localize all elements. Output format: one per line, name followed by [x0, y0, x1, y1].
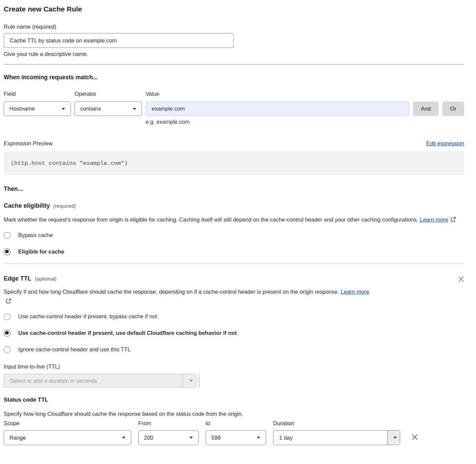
scope-select[interactable]: Range — [4, 430, 131, 445]
learn-more-link[interactable]: Learn more — [420, 216, 448, 223]
chevron-down-icon — [122, 437, 125, 439]
scope-select-value: Range — [9, 435, 26, 441]
cache-eligibility-heading-row: Cache eligibility (required) — [4, 202, 464, 210]
expression-code: (http.host contains "example.com") — [11, 160, 128, 167]
condition-row: Field Operator Value Hostname contains A… — [4, 90, 464, 125]
create-cache-rule-form: Create new Cache Rule Rule name (require… — [0, 5, 476, 445]
to-label: to — [206, 420, 266, 427]
to-select[interactable]: 599 — [206, 430, 266, 445]
operator-select[interactable]: contains — [75, 102, 142, 116]
field-label: Field — [4, 90, 71, 97]
duration-select[interactable]: 1 day — [273, 430, 400, 445]
chevron-down-icon — [189, 437, 193, 439]
radio-icon[interactable] — [4, 232, 10, 239]
radio-option-use-header-bypass[interactable]: Use cache-control header if present, byp… — [4, 313, 464, 320]
radio-checked-icon[interactable] — [4, 330, 10, 337]
expression-preview-label: Expression Preview — [4, 140, 53, 147]
chevron-down-icon — [189, 380, 193, 382]
from-select-value: 200 — [144, 435, 153, 441]
required-tag: (required) — [53, 203, 76, 209]
field-select[interactable]: Hostname — [4, 102, 71, 116]
cache-eligibility-heading: Cache eligibility — [4, 202, 50, 210]
cache-eligibility-description: Mark whether the request’s response from… — [4, 215, 464, 224]
match-heading: When incoming requests match... — [4, 74, 464, 81]
ttl-input-label: Input time-to-live (TTL) — [4, 363, 464, 370]
dropdown-button[interactable] — [183, 374, 197, 387]
rule-name-help: Give your rule a descriptive name. — [4, 51, 464, 58]
duration-value: 1 day — [273, 431, 387, 445]
ttl-duration-placeholder: Select or add a duration in seconds — [4, 374, 183, 387]
external-link-icon — [450, 216, 456, 222]
cache-eligibility-description-text: Mark whether the request’s response from… — [4, 216, 418, 223]
operator-select-value: contains — [80, 106, 101, 112]
rule-name-label: Rule name (required) — [4, 23, 464, 30]
expression-code-block: (http.host contains "example.com") — [4, 151, 464, 175]
status-code-ttl-description: Specify how long Cloudflare should cache… — [4, 410, 464, 418]
status-code-ttl-row: Scope From to Duration Range 200 599 1 d… — [4, 420, 464, 445]
field-select-value: Hostname — [9, 106, 35, 112]
duration-label: Duration — [273, 420, 400, 427]
from-label: From — [138, 420, 199, 427]
from-select[interactable]: 200 — [138, 430, 199, 445]
focus-indicator-line — [199, 374, 200, 387]
learn-more-link[interactable]: Learn more — [341, 289, 369, 295]
radio-option-label: Use cache-control header if present, byp… — [18, 313, 157, 320]
radio-checked-icon[interactable] — [4, 249, 10, 255]
edge-ttl-description: Specify if and how long Cloudflare shoul… — [4, 287, 376, 306]
external-link-icon — [6, 298, 11, 304]
radio-option-label: Ignore cache-control header and use this… — [18, 346, 131, 353]
or-button[interactable]: Or — [442, 102, 464, 116]
page-title: Create new Cache Rule — [4, 5, 464, 13]
dropdown-button[interactable] — [387, 431, 400, 445]
chevron-down-icon — [62, 108, 65, 110]
radio-option-eligible-for-cache[interactable]: Eligible for cache — [4, 248, 464, 255]
close-icon[interactable] — [458, 276, 464, 282]
edge-ttl-description-text: Specify if and how long Cloudflare shoul… — [4, 289, 339, 295]
ttl-duration-select[interactable]: Select or add a duration in seconds — [4, 374, 197, 388]
radio-option-label: Eligible for cache — [18, 248, 64, 255]
radio-option-label: Bypass cache — [18, 232, 53, 239]
radio-option-use-header-default[interactable]: Use cache-control header if present, use… — [4, 329, 464, 337]
radio-option-bypass-cache[interactable]: Bypass cache — [4, 232, 464, 239]
status-code-ttl-heading: Status code TTL — [4, 396, 464, 404]
operator-label: Operator — [75, 90, 142, 97]
chevron-down-icon — [133, 108, 136, 110]
section-divider — [4, 263, 464, 264]
radio-option-ignore-header[interactable]: Ignore cache-control header and use this… — [4, 346, 464, 353]
value-input[interactable] — [146, 102, 409, 116]
then-heading: Then... — [4, 185, 464, 193]
expression-preview-row: Expression Preview Edit expression — [4, 140, 464, 147]
edge-ttl-heading: Edge TTL — [4, 275, 31, 283]
value-label: Value — [146, 90, 409, 97]
edge-ttl-heading-row: Edge TTL (optional) — [4, 275, 464, 283]
scope-label: Scope — [4, 420, 131, 427]
chevron-down-icon — [257, 437, 260, 439]
radio-icon[interactable] — [4, 313, 10, 320]
to-select-value: 599 — [211, 435, 221, 441]
radio-icon[interactable] — [4, 346, 10, 353]
radio-option-label: Use cache-control header if present, use… — [18, 329, 237, 337]
remove-row-icon[interactable] — [411, 434, 418, 441]
value-hint: e.g. example.com — [146, 119, 409, 125]
chevron-down-icon — [393, 437, 397, 439]
edit-expression-link[interactable]: Edit expression — [426, 140, 464, 147]
rule-name-input[interactable] — [4, 33, 234, 48]
optional-tag: (optional) — [35, 276, 57, 282]
ttl-combo-row: Select or add a duration in seconds — [4, 374, 464, 388]
and-button[interactable]: And — [413, 102, 439, 116]
section-divider — [4, 64, 464, 65]
